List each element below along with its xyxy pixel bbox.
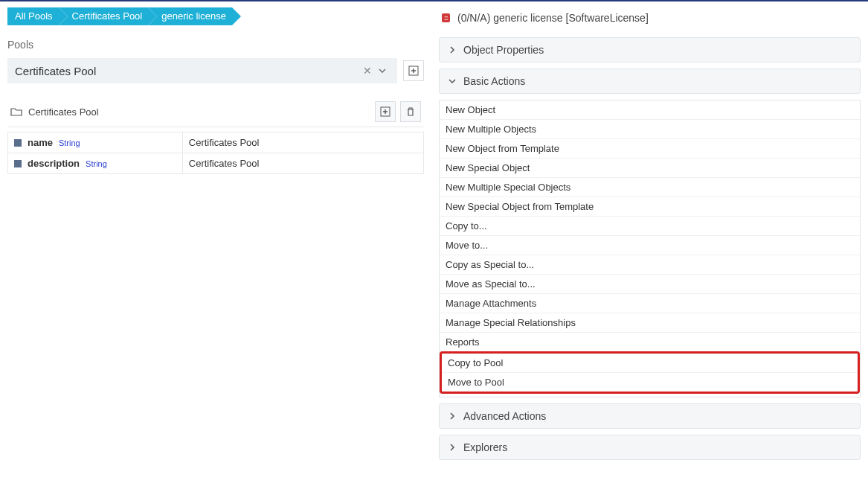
pool-select[interactable]: Certificates Pool ✕ <box>7 58 397 83</box>
clear-icon[interactable]: ✕ <box>360 65 375 77</box>
highlighted-actions: Copy to PoolMove to Pool <box>440 351 860 394</box>
section-advanced-actions[interactable]: Advanced Actions <box>439 403 861 429</box>
folder-row: Certificates Pool <box>7 97 424 127</box>
table-row: name String Certificates Pool <box>8 132 424 153</box>
action-item[interactable]: Move as Special to... <box>440 275 860 294</box>
action-item[interactable]: New Special Object <box>440 159 860 178</box>
section-object-properties[interactable]: Object Properties <box>439 37 861 63</box>
table-row: description String Certificates Pool <box>8 153 424 174</box>
action-item[interactable]: New Multiple Objects <box>440 120 860 139</box>
chevron-down-icon[interactable] <box>375 66 390 75</box>
prop-type: String <box>86 159 107 168</box>
action-item[interactable]: Reports <box>440 333 860 352</box>
crumb-certificates-pool[interactable]: Certificates Pool <box>59 7 149 25</box>
prop-type: String <box>59 138 80 147</box>
add-pool-button[interactable] <box>403 60 424 81</box>
basic-actions-list: New ObjectNew Multiple ObjectsNew Object… <box>439 100 861 397</box>
section-basic-actions[interactable]: Basic Actions <box>439 68 861 94</box>
action-item[interactable]: New Object from Template <box>440 139 860 159</box>
section-label: Object Properties <box>463 44 544 56</box>
action-item[interactable]: Move to Pool <box>442 373 858 392</box>
object-header: :: (0/N/A) generic license [SoftwareLice… <box>439 12 861 24</box>
pool-select-value: Certificates Pool <box>15 65 360 77</box>
object-title: (0/N/A) generic license [SoftwareLicense… <box>457 12 649 24</box>
action-item[interactable]: New Multiple Special Objects <box>440 178 860 197</box>
prop-value[interactable]: Certificates Pool <box>182 132 423 153</box>
crumb-generic-license[interactable]: generic license <box>148 7 232 25</box>
chevron-right-icon <box>449 46 457 54</box>
property-table: name String Certificates Pool descriptio… <box>7 132 424 174</box>
action-item[interactable]: Copy as Special to... <box>440 255 860 275</box>
action-item[interactable]: Copy to... <box>440 217 860 236</box>
section-explorers[interactable]: Explorers <box>439 435 861 460</box>
chevron-right-icon <box>449 412 457 420</box>
folder-icon <box>10 106 22 117</box>
prop-value[interactable]: Certificates Pool <box>182 153 423 174</box>
delete-folder-button[interactable] <box>400 101 421 122</box>
action-item[interactable]: New Special Object from Template <box>440 197 860 217</box>
chevron-down-icon <box>449 77 457 85</box>
object-type-icon: :: <box>442 13 450 22</box>
chevron-right-icon <box>449 444 457 451</box>
add-in-folder-button[interactable] <box>375 101 396 122</box>
folder-label: Certificates Pool <box>28 106 369 118</box>
action-item[interactable]: Move to... <box>440 236 860 255</box>
prop-name: description <box>28 158 80 169</box>
action-item[interactable]: Manage Attachments <box>440 294 860 313</box>
action-item[interactable]: Manage Special Relationships <box>440 313 860 333</box>
pools-title: Pools <box>7 39 424 51</box>
section-label: Basic Actions <box>463 75 525 87</box>
crumb-all-pools[interactable]: All Pools <box>7 7 59 25</box>
breadcrumb: All Pools Certificates Pool generic lice… <box>7 7 424 25</box>
bullet-icon <box>14 160 22 167</box>
bullet-icon <box>14 139 22 147</box>
prop-name: name <box>28 137 53 148</box>
section-label: Advanced Actions <box>463 410 546 422</box>
action-item[interactable]: Copy to Pool <box>442 354 858 373</box>
section-label: Explorers <box>463 441 507 453</box>
action-item[interactable]: New Object <box>440 100 860 120</box>
